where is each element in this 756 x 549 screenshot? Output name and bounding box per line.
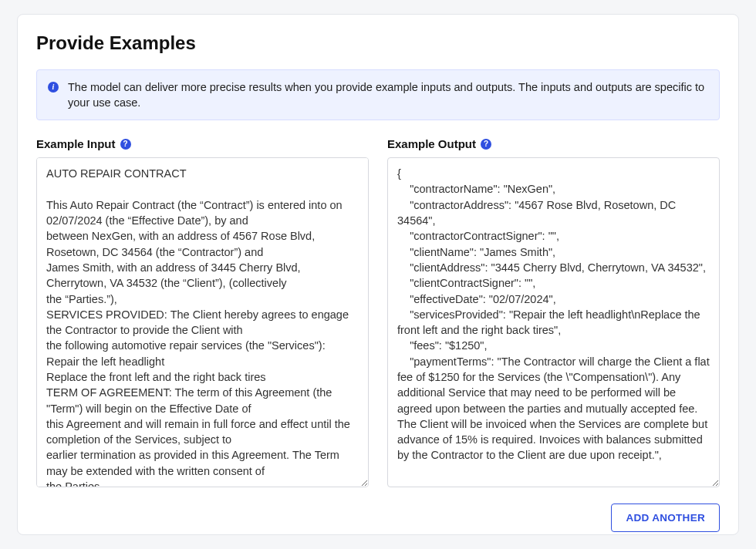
example-input-label: Example Input ? (36, 136, 369, 153)
examples-row: Example Input ? Example Output ? (36, 136, 720, 491)
info-banner-text: The model can deliver more precise resul… (68, 79, 708, 111)
add-another-button[interactable]: ADD ANOTHER (611, 504, 720, 532)
help-icon[interactable]: ? (481, 139, 491, 150)
actions-row: ADD ANOTHER (36, 504, 720, 532)
provide-examples-card: Provide Examples i The model can deliver… (17, 14, 739, 535)
info-icon: i (48, 82, 59, 93)
example-input-label-text: Example Input (36, 136, 116, 153)
example-input-textarea[interactable] (36, 157, 369, 487)
info-banner: i The model can deliver more precise res… (36, 69, 720, 121)
stage: Provide Examples i The model can deliver… (0, 0, 756, 549)
example-input-column: Example Input ? (36, 136, 369, 491)
example-output-column: Example Output ? (387, 136, 720, 491)
page-title: Provide Examples (36, 30, 720, 57)
example-output-wrap (387, 157, 720, 491)
example-output-textarea[interactable] (387, 157, 720, 487)
example-output-label: Example Output ? (387, 136, 720, 153)
example-output-label-text: Example Output (387, 136, 476, 153)
help-icon[interactable]: ? (120, 139, 131, 150)
example-input-wrap (36, 157, 369, 491)
